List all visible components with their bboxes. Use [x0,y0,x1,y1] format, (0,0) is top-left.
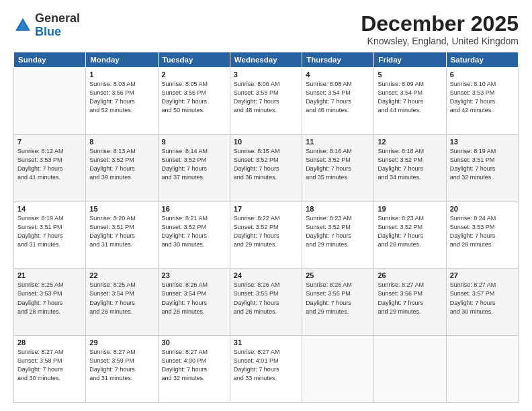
day-info: Sunrise: 8:18 AM Sunset: 3:52 PM Dayligh… [378,147,442,182]
calendar-week-4: 28Sunrise: 8:27 AM Sunset: 3:58 PM Dayli… [14,336,519,403]
day-number: 24 [234,271,298,279]
calendar-cell: 6Sunrise: 8:10 AM Sunset: 3:53 PM Daylig… [446,68,518,135]
calendar: SundayMondayTuesdayWednesdayThursdayFrid… [13,52,519,403]
day-number: 30 [162,338,226,347]
day-info: Sunrise: 8:27 AM Sunset: 3:56 PM Dayligh… [378,281,442,316]
day-number: 7 [17,138,82,146]
day-info: Sunrise: 8:14 AM Sunset: 3:52 PM Dayligh… [162,147,226,182]
day-info: Sunrise: 8:13 AM Sunset: 3:52 PM Dayligh… [89,147,154,182]
location: Knowsley, England, United Kingdom [361,36,519,46]
day-number: 26 [378,271,442,279]
day-info: Sunrise: 8:26 AM Sunset: 3:55 PM Dayligh… [306,281,370,316]
day-number: 9 [162,138,226,146]
calendar-cell: 28Sunrise: 8:27 AM Sunset: 3:58 PM Dayli… [14,336,86,403]
day-info: Sunrise: 8:27 AM Sunset: 4:00 PM Dayligh… [162,348,226,383]
day-number: 2 [162,71,226,79]
calendar-cell: 27Sunrise: 8:27 AM Sunset: 3:57 PM Dayli… [446,269,518,336]
day-info: Sunrise: 8:27 AM Sunset: 3:58 PM Dayligh… [17,348,82,383]
calendar-cell [374,336,446,403]
calendar-cell: 30Sunrise: 8:27 AM Sunset: 4:00 PM Dayli… [158,336,230,403]
calendar-cell: 12Sunrise: 8:18 AM Sunset: 3:52 PM Dayli… [374,134,446,201]
calendar-cell: 8Sunrise: 8:13 AM Sunset: 3:52 PM Daylig… [86,134,158,201]
day-number: 29 [89,338,154,347]
day-info: Sunrise: 8:08 AM Sunset: 3:54 PM Dayligh… [306,80,370,115]
day-info: Sunrise: 8:27 AM Sunset: 3:57 PM Dayligh… [450,281,515,316]
logo-icon [13,16,32,35]
day-info: Sunrise: 8:22 AM Sunset: 3:52 PM Dayligh… [234,214,298,249]
calendar-cell: 23Sunrise: 8:26 AM Sunset: 3:54 PM Dayli… [158,269,230,336]
calendar-cell: 2Sunrise: 8:05 AM Sunset: 3:56 PM Daylig… [158,68,230,135]
day-info: Sunrise: 8:12 AM Sunset: 3:53 PM Dayligh… [17,147,82,182]
day-number: 3 [234,71,298,79]
calendar-week-3: 21Sunrise: 8:25 AM Sunset: 3:53 PM Dayli… [14,269,519,336]
day-info: Sunrise: 8:27 AM Sunset: 4:01 PM Dayligh… [234,348,298,383]
day-info: Sunrise: 8:26 AM Sunset: 3:54 PM Dayligh… [162,281,226,316]
day-info: Sunrise: 8:25 AM Sunset: 3:54 PM Dayligh… [89,281,154,316]
calendar-header-row: SundayMondayTuesdayWednesdayThursdayFrid… [14,52,519,68]
day-number: 14 [17,205,82,213]
svg-rect-2 [19,26,27,30]
day-info: Sunrise: 8:24 AM Sunset: 3:53 PM Dayligh… [450,214,515,249]
day-info: Sunrise: 8:20 AM Sunset: 3:51 PM Dayligh… [89,214,154,249]
day-info: Sunrise: 8:15 AM Sunset: 3:52 PM Dayligh… [234,147,298,182]
day-info: Sunrise: 8:06 AM Sunset: 3:55 PM Dayligh… [234,80,298,115]
day-number: 22 [89,271,154,279]
calendar-cell: 21Sunrise: 8:25 AM Sunset: 3:53 PM Dayli… [14,269,86,336]
calendar-header-thursday: Thursday [302,52,374,68]
calendar-cell: 11Sunrise: 8:16 AM Sunset: 3:52 PM Dayli… [302,134,374,201]
calendar-cell: 24Sunrise: 8:26 AM Sunset: 3:55 PM Dayli… [230,269,302,336]
logo-general: General [35,11,80,25]
calendar-header-tuesday: Tuesday [158,52,230,68]
calendar-cell: 5Sunrise: 8:09 AM Sunset: 3:54 PM Daylig… [374,68,446,135]
calendar-cell: 25Sunrise: 8:26 AM Sunset: 3:55 PM Dayli… [302,269,374,336]
day-info: Sunrise: 8:23 AM Sunset: 3:52 PM Dayligh… [306,214,370,249]
day-number: 11 [306,138,370,146]
logo: General Blue [13,12,80,39]
calendar-cell: 9Sunrise: 8:14 AM Sunset: 3:52 PM Daylig… [158,134,230,201]
day-number: 17 [234,205,298,213]
day-number: 6 [450,71,515,79]
calendar-cell: 7Sunrise: 8:12 AM Sunset: 3:53 PM Daylig… [14,134,86,201]
day-info: Sunrise: 8:09 AM Sunset: 3:54 PM Dayligh… [378,80,442,115]
calendar-cell [14,68,86,135]
day-number: 31 [234,338,298,347]
calendar-week-0: 1Sunrise: 8:03 AM Sunset: 3:56 PM Daylig… [14,68,519,135]
day-number: 8 [89,138,154,146]
day-info: Sunrise: 8:03 AM Sunset: 3:56 PM Dayligh… [89,80,154,115]
day-number: 28 [17,338,82,347]
calendar-cell: 17Sunrise: 8:22 AM Sunset: 3:52 PM Dayli… [230,201,302,269]
calendar-cell: 15Sunrise: 8:20 AM Sunset: 3:51 PM Dayli… [86,201,158,269]
logo-blue: Blue [35,25,61,38]
calendar-header-wednesday: Wednesday [230,52,302,68]
calendar-cell: 1Sunrise: 8:03 AM Sunset: 3:56 PM Daylig… [86,68,158,135]
calendar-cell [446,336,518,403]
title-block: December 2025 Knowsley, England, United … [361,12,519,46]
day-number: 23 [162,271,226,279]
day-info: Sunrise: 8:23 AM Sunset: 3:52 PM Dayligh… [378,214,442,249]
calendar-cell: 26Sunrise: 8:27 AM Sunset: 3:56 PM Dayli… [374,269,446,336]
calendar-header-sunday: Sunday [14,52,86,68]
day-info: Sunrise: 8:19 AM Sunset: 3:51 PM Dayligh… [450,147,515,182]
day-info: Sunrise: 8:05 AM Sunset: 3:56 PM Dayligh… [162,80,226,115]
calendar-week-1: 7Sunrise: 8:12 AM Sunset: 3:53 PM Daylig… [14,134,519,201]
day-number: 25 [306,271,370,279]
calendar-header-monday: Monday [86,52,158,68]
month-title: December 2025 [361,12,519,36]
calendar-cell: 3Sunrise: 8:06 AM Sunset: 3:55 PM Daylig… [230,68,302,135]
day-info: Sunrise: 8:16 AM Sunset: 3:52 PM Dayligh… [306,147,370,182]
day-number: 18 [306,205,370,213]
day-number: 15 [89,205,154,213]
day-number: 27 [450,271,515,279]
calendar-week-2: 14Sunrise: 8:19 AM Sunset: 3:51 PM Dayli… [14,201,519,269]
day-number: 1 [89,71,154,79]
day-number: 16 [162,205,226,213]
day-info: Sunrise: 8:25 AM Sunset: 3:53 PM Dayligh… [17,281,82,316]
calendar-cell: 18Sunrise: 8:23 AM Sunset: 3:52 PM Dayli… [302,201,374,269]
calendar-cell: 29Sunrise: 8:27 AM Sunset: 3:59 PM Dayli… [86,336,158,403]
day-number: 13 [450,138,515,146]
calendar-cell: 22Sunrise: 8:25 AM Sunset: 3:54 PM Dayli… [86,269,158,336]
calendar-cell: 10Sunrise: 8:15 AM Sunset: 3:52 PM Dayli… [230,134,302,201]
day-info: Sunrise: 8:19 AM Sunset: 3:51 PM Dayligh… [17,214,82,249]
calendar-cell [302,336,374,403]
calendar-cell: 14Sunrise: 8:19 AM Sunset: 3:51 PM Dayli… [14,201,86,269]
